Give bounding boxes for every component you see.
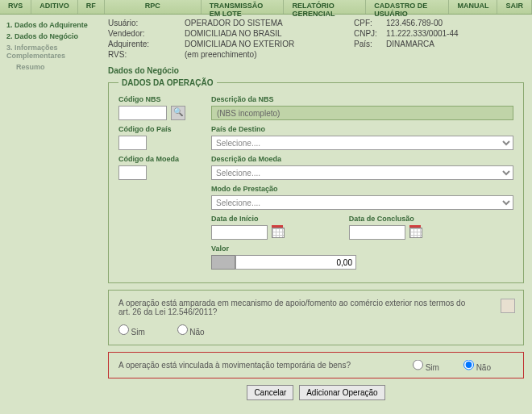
header-info: Usuário: Vendedor: Adquirente: RVS: OPER… — [108, 18, 524, 60]
value-adquirente: DOMICILIADA NO EXTERIOR — [185, 39, 354, 49]
label-cpf: CPF: — [354, 18, 386, 28]
nav-cadastro[interactable]: CADASTRO DE USUÁRIO — [366, 0, 449, 14]
input-data-conclusao[interactable] — [349, 225, 405, 240]
input-codigo-nbs[interactable] — [118, 106, 167, 120]
nav-relatorio[interactable]: RELATÓRIO GERENCIAL — [284, 0, 366, 14]
value-descricao-nbs: (NBS incompleto) — [211, 106, 513, 120]
label-modo-prestacao: Modo de Prestação — [211, 185, 513, 193]
lookup-nbs-icon[interactable]: 🔍 — [171, 106, 185, 120]
nav-rf[interactable]: RF — [78, 0, 105, 14]
label-valor: Valor — [211, 245, 513, 253]
radio-bens-sim[interactable]: Sim — [413, 359, 439, 371]
label-pais: País: — [354, 39, 386, 49]
select-descricao-moeda[interactable]: Selecione.... — [211, 165, 513, 180]
top-nav: RVS ADITIVO RF RPC TRANSMISSÃO EM LOTE R… — [0, 0, 532, 15]
label-usuario: Usuário: — [108, 18, 185, 28]
fieldset-operacao: DADOS DA OPERAÇÃO Código NBS 🔍 Descrição… — [108, 78, 524, 283]
sidebar-step1[interactable]: 1. Dados do Adquirente — [6, 19, 98, 31]
section-title: Dados do Negócio — [108, 66, 524, 75]
label-pais-destino: País de Destino — [211, 125, 513, 133]
nav-rvs[interactable]: RVS — [0, 0, 31, 14]
label-codigo-pais: Código do País — [118, 125, 211, 133]
label-data-inicio: Data de Início — [211, 215, 285, 223]
label-codigo-moeda: Código da Moeda — [118, 155, 211, 163]
nav-rpc[interactable]: RPC — [105, 0, 202, 14]
label-codigo-nbs: Código NBS — [118, 95, 211, 103]
add-operation-button[interactable]: Adicionar Operação — [299, 385, 384, 400]
sidebar-step3: 3. Informações Complementares — [6, 42, 98, 61]
select-modo-prestacao[interactable]: Selecione.... — [211, 195, 513, 210]
radio-fomento-sim[interactable]: Sim — [118, 324, 145, 337]
question-bens-text: A operação está vinculada à movimentação… — [118, 361, 351, 370]
input-data-inicio[interactable] — [211, 225, 268, 240]
radio-fomento-nao[interactable]: Não — [177, 324, 205, 337]
currency-box — [211, 255, 235, 270]
cancel-button[interactable]: Cancelar — [247, 385, 293, 400]
nav-transmissao[interactable]: TRANSMISSÃO EM LOTE — [202, 0, 285, 14]
label-vendedor: Vendedor: — [108, 28, 185, 39]
question-fomento-text: A operação está amparada em mecanismo de… — [118, 299, 473, 316]
input-codigo-moeda[interactable] — [118, 165, 147, 180]
label-rvs: RVS: — [108, 49, 185, 60]
value-cnpj: 11.222.333/0001-44 — [386, 28, 459, 39]
sidebar: 1. Dados do Adquirente 2. Dados do Negóc… — [0, 15, 105, 407]
value-rvs: (em preenchimento) — [185, 49, 354, 60]
nav-sair[interactable]: SAIR — [497, 0, 532, 14]
question-fomento: A operação está amparada em mecanismo de… — [108, 290, 524, 345]
fieldset-legend: DADOS DA OPERAÇÃO — [118, 78, 217, 87]
input-codigo-pais[interactable] — [118, 136, 147, 150]
label-adquirente: Adquirente: — [108, 39, 185, 49]
nav-aditivo[interactable]: ADITIVO — [31, 0, 78, 14]
calendar-icon[interactable] — [409, 225, 422, 238]
radio-bens-nao[interactable]: Não — [463, 359, 491, 371]
nav-manual[interactable]: MANUAL — [449, 0, 497, 14]
value-cpf: 123.456.789-00 — [386, 18, 459, 28]
value-vendedor: DOMICILIADA NO BRASIL — [185, 28, 354, 39]
value-pais: DINAMARCA — [386, 39, 459, 49]
question-bens: A operação está vinculada à movimentação… — [108, 352, 524, 378]
select-pais-destino[interactable]: Selecione.... — [211, 136, 513, 150]
label-descricao-nbs: Descrição da NBS — [211, 95, 513, 103]
input-valor[interactable] — [235, 255, 356, 270]
label-cnpj: CNPJ: — [354, 28, 386, 39]
value-usuario: OPERADOR DO SISTEMA — [185, 18, 354, 28]
help-icon[interactable] — [501, 299, 515, 313]
sidebar-step2[interactable]: 2. Dados do Negócio — [6, 31, 98, 42]
calendar-icon[interactable] — [272, 225, 285, 238]
sidebar-resumo: Resumo — [6, 61, 98, 73]
label-data-conclusao: Data de Conclusão — [349, 215, 422, 223]
label-descricao-moeda: Descrição da Moeda — [211, 155, 513, 163]
